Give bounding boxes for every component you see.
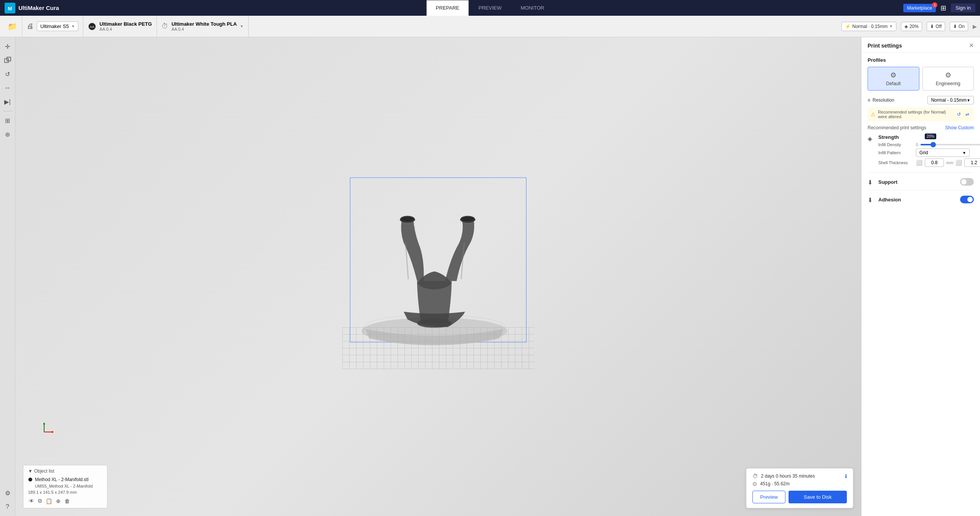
object-dimensions: 189.1 x 141.5 x 247.9 mm: [28, 489, 102, 495]
warning-sync-button[interactable]: ⇌: [964, 112, 971, 117]
printer-icon: 🖨: [27, 22, 34, 30]
signin-button[interactable]: Sign in: [951, 3, 975, 12]
default-profile-icon: ⚙: [890, 71, 896, 79]
toolbar-material1-section: AA Ultimaker Black PETG AA 0.4: [83, 16, 157, 37]
wall-thickness-input[interactable]: [925, 158, 944, 167]
toolbar-printer-section: 🖨 Ultimaker S5 ▼: [22, 16, 83, 37]
printer-select[interactable]: Ultimaker S5 ▼: [37, 21, 78, 31]
object-copy-button[interactable]: 📋: [45, 497, 53, 505]
infill-chip[interactable]: ◈ 20%: [901, 22, 922, 31]
strength-body: Strength Infill Density 0 20%: [878, 134, 980, 168]
support-body: Support: [878, 178, 974, 186]
estimate-weight-row: ⊙ 451g · 55.62m: [752, 481, 847, 487]
object-visible-button[interactable]: 👁: [28, 497, 35, 505]
top-thickness-input[interactable]: [964, 158, 980, 167]
material2-chevron: ▼: [240, 24, 244, 28]
profiles-section-label: Profiles: [868, 57, 974, 63]
per-model-button[interactable]: ▶|: [2, 96, 14, 108]
navbar-right: Marketplace 1 ⊞ Sign in: [903, 3, 975, 12]
material2-icon: ⏱: [162, 22, 168, 30]
material2-info: Ultimaker White Tough PLA AA 0.4: [172, 21, 237, 31]
printer-chevron: ▼: [71, 24, 75, 28]
resolution-select[interactable]: Normal - 0.15mm ▼: [927, 96, 974, 104]
left-sidebar: ✛ ↺ ↔ ▶| ⊞ ⊛ ⚙ ?: [0, 37, 15, 516]
object-duplicate-button[interactable]: ⧉: [37, 497, 43, 505]
scale-tool-button[interactable]: [2, 54, 14, 66]
show-custom-button[interactable]: Show Custom: [945, 125, 974, 130]
3d-model: [358, 181, 511, 350]
info-icon[interactable]: ℹ: [845, 473, 847, 479]
svg-marker-14: [52, 431, 54, 433]
warning-icon: ⚠: [871, 111, 876, 117]
object-sub-label: UMS5_Method XL - 2-Manifold: [28, 483, 102, 489]
infill-density-label: Infill Density: [878, 142, 913, 147]
slider-thumb[interactable]: 20%: [931, 142, 936, 147]
support-toggle[interactable]: [960, 178, 974, 186]
toolbar-right: ⚡ Normal · 0.15mm ▼ ◈ 20% ⬇ Off ⬇ On ▶: [841, 22, 977, 31]
mirror-tool-button[interactable]: ↔: [2, 82, 14, 94]
bottom-actions: Preview Save to Disk: [752, 491, 847, 503]
material1-info: Ultimaker Black PETG AA 0.4: [99, 21, 152, 31]
strength-icon: ◈: [868, 135, 875, 142]
adhesion-chip[interactable]: ⬇ On: [950, 22, 968, 31]
pattern-chevron-icon: ▼: [962, 151, 966, 155]
panel-body: Profiles ⚙ Default ⚙ Engineering ≡ Resol…: [861, 53, 980, 218]
settings-button[interactable]: ⚙: [2, 487, 14, 499]
material1-icon: AA: [88, 22, 96, 31]
move-tool-button[interactable]: ✛: [2, 40, 14, 53]
profile-card-engineering[interactable]: ⚙ Engineering: [922, 67, 974, 91]
adhesion-toggle-knob: [967, 197, 973, 202]
object-list-collapse-icon: ▼: [28, 468, 33, 474]
support-chip-icon: ⬇: [930, 24, 934, 29]
infill-pattern-select[interactable]: Grid ▼: [916, 148, 970, 157]
print-settings-panel: Print settings ✕ Profiles ⚙ Default ⚙ En…: [861, 37, 980, 516]
object-list-header[interactable]: ▼ Object list: [28, 468, 102, 474]
bottom-panel: ⏱ 2 days 0 hours 35 minutes ℹ ⊙ 451g · 5…: [746, 468, 853, 508]
adhesion-toggle[interactable]: [960, 196, 974, 203]
resolution-label: ≡ Resolution: [868, 97, 894, 103]
tab-prepare[interactable]: PREPARE: [426, 0, 469, 16]
support-setting-item: ⬇ Support: [868, 178, 974, 190]
shell-thickness-row: Shell Thickness ⬜ mm ⬜ mm: [878, 158, 980, 167]
marketplace-button[interactable]: Marketplace 1: [903, 4, 936, 12]
main-layout: ✛ ↺ ↔ ▶| ⊞ ⊛ ⚙ ?: [0, 37, 980, 516]
warning-reset-button[interactable]: ↺: [955, 112, 962, 117]
infill-pattern-label: Infill Pattern: [878, 150, 913, 155]
resolution-icon: ≡: [868, 97, 870, 103]
tab-preview[interactable]: PREVIEW: [469, 0, 511, 16]
toolbar-more-chevron-icon[interactable]: ▶: [973, 23, 977, 30]
support-blocker-button[interactable]: ⊛: [2, 128, 14, 140]
object-delete-button[interactable]: 🗑: [64, 497, 71, 505]
profile-chip[interactable]: ⚡ Normal · 0.15mm ▼: [841, 22, 896, 31]
viewport[interactable]: ▼ Object list Method XL - 2-Manifold.stl…: [15, 37, 861, 516]
infill-density-slider[interactable]: 0 20% 100: [916, 143, 980, 147]
resolution-chevron-icon: ▼: [967, 98, 970, 102]
svg-marker-16: [43, 422, 45, 424]
profile-card-default[interactable]: ⚙ Default: [868, 67, 919, 91]
print-bed-grid: [342, 327, 534, 369]
preview-button[interactable]: Preview: [752, 491, 785, 503]
tab-monitor[interactable]: MONITOR: [511, 0, 554, 16]
save-to-disk-button[interactable]: Save to Disk: [789, 491, 847, 503]
multiply-objects-button[interactable]: ⊞: [2, 114, 14, 127]
object-list-item[interactable]: Method XL - 2-Manifold.stl: [28, 476, 102, 483]
support-chip[interactable]: ⬇ Off: [927, 22, 945, 31]
object-merge-button[interactable]: ⊕: [55, 497, 61, 505]
panel-close-button[interactable]: ✕: [969, 42, 974, 49]
warning-actions: ↺ ⇌: [955, 112, 971, 117]
apps-icon[interactable]: ⊞: [940, 4, 946, 12]
recommended-label: Recommended print settings: [868, 125, 926, 130]
profiles-row: ⚙ Default ⚙ Engineering: [868, 67, 974, 91]
marketplace-badge: 1: [932, 2, 937, 8]
adhesion-setting-icon: ⬇: [868, 196, 875, 204]
rotate-tool-button[interactable]: ↺: [2, 68, 14, 80]
open-file-button[interactable]: 📁: [8, 22, 17, 31]
warning-row: ⚠ Recommended settings (for Normal) were…: [868, 107, 974, 121]
help-button[interactable]: ?: [2, 501, 14, 513]
infill-pattern-row: Infill Pattern Grid ▼: [878, 148, 980, 157]
object-list-panel: ▼ Object list Method XL - 2-Manifold.stl…: [23, 465, 107, 508]
svg-point-12: [461, 216, 475, 221]
support-title: Support: [878, 179, 898, 185]
shell-thickness-inputs: ⬜ mm ⬜ mm: [916, 158, 980, 167]
adhesion-title: Adhesion: [878, 197, 901, 203]
